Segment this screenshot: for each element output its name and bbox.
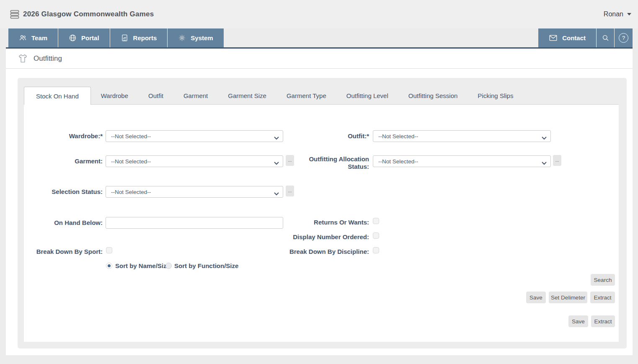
extract-button[interactable]: Extract: [590, 292, 615, 303]
help-button[interactable]: ?: [615, 28, 633, 47]
sort-by-function-size-label: Sort by Function/Size: [174, 262, 238, 269]
tshirt-icon: [18, 53, 28, 64]
nav-item-system[interactable]: System: [168, 28, 223, 47]
tab-outfit[interactable]: Outfit: [138, 87, 173, 104]
chevron-down-icon: [274, 135, 279, 141]
tab-garment-size[interactable]: Garment Size: [218, 87, 276, 104]
chevron-down-icon: [542, 160, 547, 166]
contact-button[interactable]: Contact: [538, 28, 597, 47]
app-title-wrap: 2026 Glasgow Commonwealth Games: [9, 0, 154, 28]
outfit-select-value: --Not Selected--: [378, 133, 418, 139]
search-submit-button[interactable]: Search: [591, 274, 615, 286]
outfit-label: Outfit:*: [285, 132, 369, 140]
help-icon: ?: [619, 33, 628, 43]
display-number-ordered-checkbox[interactable]: [373, 232, 379, 239]
nav-right-group: Contact ?: [538, 28, 633, 47]
allocation-more-button[interactable]: ...: [553, 155, 561, 166]
report-document-icon: [121, 34, 129, 42]
returns-or-wants-label: Returns Or Wants:: [285, 219, 369, 226]
chevron-down-icon: [274, 160, 279, 166]
page-band: Outfitting Stock On Hand Wardrobe Outfit…: [6, 49, 633, 355]
outfit-select[interactable]: --Not Selected--: [373, 130, 551, 142]
user-name: Ronan: [604, 10, 623, 18]
envelope-icon: [549, 34, 558, 42]
contact-label: Contact: [562, 34, 586, 41]
on-hand-below-input[interactable]: [106, 217, 283, 229]
page-header: Outfitting: [6, 49, 633, 69]
garment-more-button[interactable]: ...: [286, 155, 294, 166]
app-header: 2026 Glasgow Commonwealth Games Ronan: [0, 0, 638, 28]
chevron-down-icon: [274, 191, 279, 197]
globe-icon: [69, 34, 77, 42]
outfitting-panel: Stock On Hand Wardrobe Outfit Garment Ga…: [18, 78, 627, 349]
selection-status-select[interactable]: --Not Selected--: [106, 186, 283, 198]
selection-status-select-value: --Not Selected--: [111, 189, 151, 195]
selection-status-more-button[interactable]: ...: [286, 186, 294, 196]
save-button[interactable]: Save: [526, 292, 546, 303]
sort-by-name-size-label: Sort by Name/Size: [115, 262, 170, 269]
extract-button-secondary[interactable]: Extract: [591, 315, 615, 327]
nav-item-reports[interactable]: Reports: [110, 28, 168, 47]
selection-status-label: Selection Status:: [24, 188, 103, 196]
database-stack-icon: [9, 9, 20, 20]
gear-icon: [178, 34, 186, 42]
tab-garment[interactable]: Garment: [173, 87, 218, 104]
break-down-by-sport-label: Break Down By Sport:: [24, 248, 103, 256]
tab-stock-on-hand[interactable]: Stock On Hand: [24, 87, 91, 105]
garment-select-value: --Not Selected--: [111, 158, 151, 165]
set-delimeter-button[interactable]: Set Delimeter: [549, 292, 587, 303]
outfitting-allocation-status-label: Outfitting Allocation Status:: [298, 155, 369, 170]
break-down-by-discipline-checkbox[interactable]: [373, 247, 379, 253]
wardrobe-select[interactable]: --Not Selected--: [106, 130, 283, 142]
main-nav: Team Portal: [6, 28, 633, 49]
nav-item-team[interactable]: Team: [8, 28, 58, 47]
tab-bar: Stock On Hand Wardrobe Outfit Garment Ga…: [24, 87, 619, 105]
chevron-down-icon: [627, 13, 631, 15]
tab-picking-slips[interactable]: Picking Slips: [468, 87, 523, 104]
break-down-by-sport-checkbox[interactable]: [106, 247, 112, 253]
user-menu[interactable]: Ronan: [604, 0, 631, 28]
garment-select[interactable]: --Not Selected--: [106, 155, 283, 167]
nav-item-label: System: [191, 34, 213, 41]
tab-outfitting-level[interactable]: Outfitting Level: [336, 87, 398, 104]
outfitting-allocation-status-select[interactable]: --Not Selected--: [373, 155, 551, 167]
screen: 2026 Glasgow Commonwealth Games Ronan Te…: [0, 0, 638, 364]
break-down-by-discipline-label: Break Down By Discipline:: [264, 248, 369, 256]
wardrobe-select-value: --Not Selected--: [111, 133, 151, 139]
stock-on-hand-form: Wardrobe:* --Not Selected-- Outfit:* --N…: [24, 105, 619, 342]
sort-by-function-size-radio[interactable]: [165, 263, 172, 269]
chevron-down-icon: [542, 135, 547, 141]
save-button-secondary[interactable]: Save: [568, 315, 588, 327]
sort-by-name-size-radio[interactable]: [106, 263, 112, 269]
app-title: 2026 Glasgow Commonwealth Games: [23, 10, 154, 18]
nav-left-group: Team Portal: [8, 28, 224, 47]
tab-outfitting-session[interactable]: Outfitting Session: [398, 87, 468, 104]
nav-item-label: Portal: [81, 34, 99, 41]
nav-item-portal[interactable]: Portal: [58, 28, 110, 47]
nav-item-label: Reports: [133, 34, 157, 41]
nav-item-label: Team: [31, 34, 47, 41]
search-icon: [602, 34, 610, 42]
search-button[interactable]: [597, 28, 615, 47]
returns-or-wants-checkbox[interactable]: [373, 218, 379, 224]
on-hand-below-label: On Hand Below:: [24, 219, 103, 227]
garment-label: Garment:: [24, 157, 103, 165]
tab-wardrobe[interactable]: Wardrobe: [91, 87, 138, 104]
page-title: Outfitting: [34, 54, 62, 63]
wardrobe-label: Wardrobe:*: [24, 132, 103, 140]
display-number-ordered-label: Display Number Ordered:: [264, 233, 369, 241]
people-icon: [19, 34, 27, 42]
allocation-select-value: --Not Selected--: [378, 158, 418, 165]
tab-garment-type[interactable]: Garment Type: [276, 87, 336, 104]
